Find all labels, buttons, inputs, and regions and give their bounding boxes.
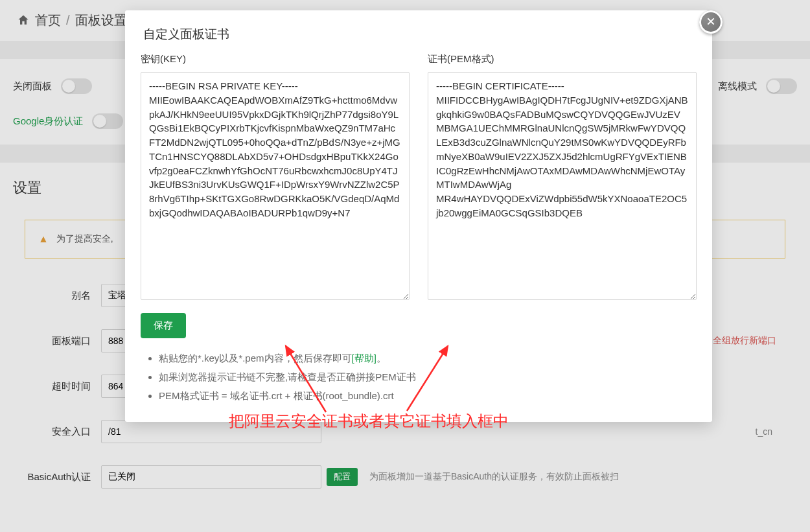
key-textarea[interactable] xyxy=(141,72,410,300)
tip-item: PEM格式证书 = 域名证书.crt + 根证书(root_bundle).cr… xyxy=(159,390,689,402)
tip-item: 如果浏览器提示证书链不完整,请检查是否正确拼接PEM证书 xyxy=(159,371,689,384)
cert-modal: 自定义面板证书 密钥(KEY) 证书(PEM格式) 保存 粘贴您的*.key以及… xyxy=(125,10,712,422)
save-button[interactable]: 保存 xyxy=(141,313,186,338)
close-button[interactable] xyxy=(699,10,723,34)
tip-text: 粘贴您的*.key以及*.pem内容，然后保存即可 xyxy=(159,353,352,364)
pem-textarea[interactable] xyxy=(428,72,697,300)
tip-text: 。 xyxy=(376,353,386,364)
pem-label: 证书(PEM格式) xyxy=(428,53,697,65)
key-label: 密钥(KEY) xyxy=(141,53,410,65)
help-link[interactable]: [帮助] xyxy=(352,353,376,364)
tip-item: 粘贴您的*.key以及*.pem内容，然后保存即可[帮助]。 xyxy=(159,353,689,365)
modal-title: 自定义面板证书 xyxy=(125,10,712,53)
close-icon xyxy=(706,16,716,29)
tips-list: 粘贴您的*.key以及*.pem内容，然后保存即可[帮助]。 如果浏览器提示证书… xyxy=(125,343,712,402)
